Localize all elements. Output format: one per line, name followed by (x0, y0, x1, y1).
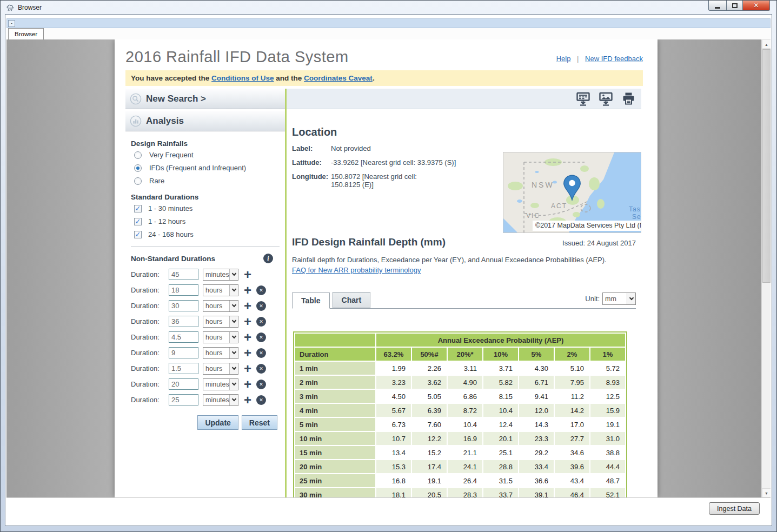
faq-link[interactable]: FAQ for New ARR probability terminology (292, 266, 421, 274)
vertical-scrollbar[interactable]: ▲ ▼ (761, 39, 771, 497)
add-duration-icon[interactable]: + (243, 270, 253, 280)
maximize-button[interactable] (727, 1, 743, 11)
duration-unit-select[interactable]: hours (203, 363, 238, 375)
duration-cell: 10 min (295, 432, 375, 445)
tab-chart[interactable]: Chart (333, 292, 371, 308)
feedback-link[interactable]: New IFD feedback (585, 55, 643, 63)
value-cell: 21.1 (448, 446, 482, 459)
value-cell: 26.4 (448, 474, 482, 487)
collapse-pane-icon[interactable]: - (8, 20, 15, 27)
remove-duration-icon[interactable]: ✕ (256, 348, 266, 358)
remove-duration-icon[interactable]: ✕ (256, 301, 266, 311)
radio-button[interactable] (134, 151, 142, 159)
remove-duration-icon[interactable]: ✕ (256, 380, 266, 389)
add-duration-icon[interactable]: + (243, 348, 253, 358)
value-cell: 14.3 (519, 418, 554, 431)
close-button[interactable]: ✕ (743, 1, 770, 11)
duration-row: Duration:minutes+✕ (131, 378, 285, 390)
checkbox-option[interactable]: ✓1 - 12 hours (134, 217, 285, 225)
tab-browser[interactable]: Browser (8, 28, 44, 39)
duration-unit-select[interactable]: hours (203, 347, 238, 359)
update-button[interactable]: Update (197, 415, 238, 430)
minimize-button[interactable] (708, 1, 727, 11)
export-image-icon[interactable] (599, 91, 613, 106)
conditions-of-use-link[interactable]: Conditions of Use (211, 74, 274, 82)
remove-duration-icon[interactable]: ✕ (256, 285, 266, 295)
checkbox[interactable]: ✓ (134, 218, 142, 225)
radio-option[interactable]: Rare (134, 177, 285, 185)
location-map[interactable]: NSW ACT VIC Tasm Se ©2017 MapData Servic… (503, 152, 641, 233)
value-cell: 12.4 (483, 418, 518, 431)
map-attribution: ©2017 MapData Services Pty Ltd (MDS), PS… (533, 221, 641, 231)
value-cell: 31.5 (483, 474, 518, 487)
duration-label: Duration: (131, 270, 169, 278)
remove-duration-icon[interactable]: ✕ (256, 395, 266, 405)
analysis-header[interactable]: Analysis (125, 111, 285, 131)
duration-unit-select[interactable]: hours (203, 300, 238, 312)
value-cell: 31.0 (590, 432, 625, 445)
add-duration-icon[interactable]: + (243, 364, 253, 374)
scrollbar-thumb[interactable] (762, 49, 771, 283)
duration-input[interactable] (169, 378, 198, 390)
radio-option[interactable]: Very Frequent (134, 151, 285, 159)
duration-unit-select[interactable]: hours (203, 331, 238, 343)
chevron-down-icon (229, 348, 238, 358)
unit-select[interactable]: mm (602, 292, 636, 305)
duration-input[interactable] (169, 284, 198, 296)
remove-duration-icon[interactable]: ✕ (256, 317, 266, 327)
add-duration-icon[interactable]: + (243, 285, 253, 295)
duration-input[interactable] (169, 394, 198, 405)
ingest-data-button[interactable]: Ingest Data (709, 502, 760, 515)
value-cell: 6.73 (376, 418, 411, 431)
radio-button[interactable] (134, 177, 142, 185)
add-duration-icon[interactable]: + (243, 380, 253, 389)
scroll-down-arrow[interactable]: ▼ (762, 488, 771, 497)
duration-unit-select[interactable]: minutes (203, 394, 238, 406)
value-cell: 6.86 (448, 390, 482, 403)
scroll-up-arrow[interactable]: ▲ (762, 39, 771, 49)
value-cell: 19.1 (412, 474, 447, 487)
info-icon[interactable]: i (263, 254, 273, 263)
checkbox-option[interactable]: ✓24 - 168 hours (134, 230, 285, 238)
duration-unit-select[interactable]: minutes (203, 269, 238, 281)
add-duration-icon[interactable]: + (243, 317, 253, 327)
remove-duration-icon[interactable]: ✕ (256, 332, 266, 342)
checkbox[interactable]: ✓ (134, 205, 142, 212)
duration-input[interactable] (169, 331, 198, 343)
add-duration-icon[interactable]: + (243, 301, 253, 311)
add-duration-icon[interactable]: + (243, 395, 253, 405)
duration-cell: 25 min (295, 474, 375, 487)
coordinates-caveat-link[interactable]: Coordinates Caveat (304, 74, 373, 82)
duration-input[interactable] (169, 269, 198, 280)
duration-unit-select[interactable]: minutes (203, 378, 238, 390)
title-bar[interactable]: Browser ✕ (1, 1, 776, 14)
help-link[interactable]: Help (556, 55, 571, 63)
duration-unit-select[interactable]: hours (203, 284, 238, 296)
duration-unit-select[interactable]: hours (203, 316, 238, 328)
table-column-header-row: Duration63.2%50%#20%*10%5%2%1% (295, 348, 625, 361)
value-cell: 24.1 (448, 460, 482, 473)
duration-label: Duration: (131, 364, 169, 373)
checkbox[interactable]: ✓ (134, 231, 142, 238)
radio-option[interactable]: IFDs (Frequent and Infrequent) (134, 164, 285, 172)
location-label-row: Label: Not provided (292, 144, 636, 152)
radio-button[interactable] (134, 164, 142, 172)
print-icon[interactable] (621, 91, 636, 106)
reset-button[interactable]: Reset (242, 415, 277, 430)
checkbox-option[interactable]: ✓1 - 30 minutes (134, 204, 285, 212)
conditions-notice: You have accepted the Conditions of Use … (125, 70, 643, 86)
column-header: 10% (483, 348, 518, 361)
duration-input[interactable] (169, 316, 198, 327)
export-table-icon[interactable] (576, 91, 590, 106)
new-search-header[interactable]: New Search > (125, 89, 285, 109)
analysis-label: Analysis (146, 116, 184, 127)
duration-input[interactable] (169, 300, 198, 311)
tab-table[interactable]: Table (292, 292, 330, 309)
duration-input[interactable] (169, 363, 198, 374)
value-cell: 18.1 (376, 488, 411, 497)
remove-duration-icon[interactable]: ✕ (256, 364, 266, 374)
duration-input[interactable] (169, 347, 198, 358)
duration-label: Duration: (131, 317, 169, 325)
add-duration-icon[interactable]: + (243, 332, 253, 342)
value-cell: 48.7 (590, 474, 625, 487)
